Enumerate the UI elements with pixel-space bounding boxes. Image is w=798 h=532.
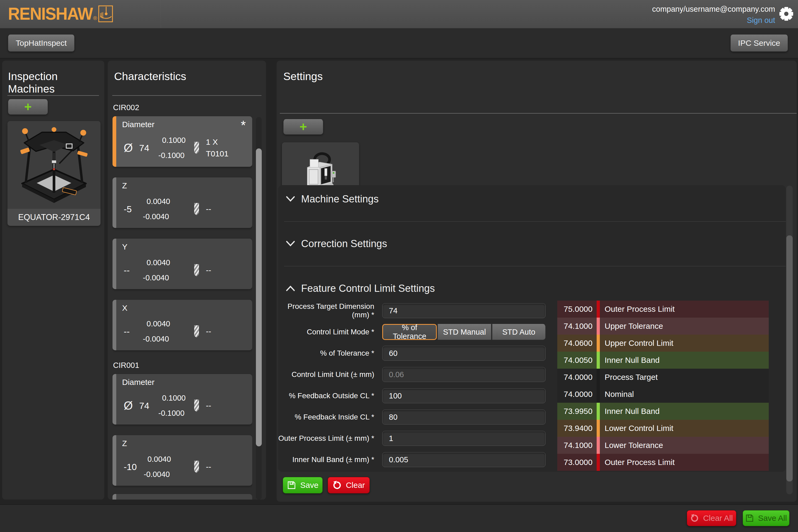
tool-info: -- bbox=[194, 203, 211, 215]
settings-scrollbar-thumb[interactable] bbox=[786, 235, 793, 481]
nominal-value: -5 bbox=[124, 204, 136, 214]
limit-label: Outer Process Limit bbox=[600, 305, 674, 314]
undo-icon bbox=[690, 514, 699, 522]
characteristics-scrollbar-thumb[interactable] bbox=[256, 148, 262, 446]
form-input[interactable]: 100 bbox=[382, 388, 546, 403]
limit-label: Outer Process Limit bbox=[600, 458, 674, 467]
end-mill-icon bbox=[194, 400, 199, 412]
tool-count: 1 X bbox=[206, 137, 228, 147]
machine-card-equator[interactable]: EQUATOR-2971C4 bbox=[7, 121, 100, 226]
characteristic-values: Ø740.1000-0.10001 XT0101 bbox=[124, 132, 247, 164]
card-accent-strip bbox=[113, 177, 116, 228]
section-label: Feature Control Limit Settings bbox=[301, 283, 435, 294]
ipc-service-button[interactable]: IPC Service bbox=[730, 35, 788, 52]
divider bbox=[280, 113, 797, 114]
card-accent-strip bbox=[113, 239, 116, 289]
form-input[interactable]: 80 bbox=[382, 410, 546, 424]
settings-title: Settings bbox=[283, 70, 323, 83]
limit-color-strip bbox=[597, 335, 600, 352]
characteristic-title: X bbox=[122, 304, 128, 312]
characteristic-card[interactable]: Diameter*Ø740.1000-0.10001 XT0101 bbox=[113, 116, 252, 167]
gear-icon[interactable] bbox=[779, 6, 794, 21]
modified-star-badge: * bbox=[241, 118, 246, 132]
tolerance-values: 0.1000-0.1000 bbox=[158, 136, 186, 160]
characteristic-card[interactable]: Y--0.0040-0.0040-- bbox=[113, 239, 252, 289]
form-input[interactable]: 0.005 bbox=[382, 452, 546, 467]
chevron-down-icon bbox=[286, 240, 295, 247]
card-accent-strip bbox=[113, 300, 116, 350]
nominal-value: -10 bbox=[124, 462, 137, 472]
characteristic-card-partial[interactable] bbox=[113, 494, 252, 499]
limit-row: 74.0050Inner Null Band bbox=[557, 352, 769, 369]
sign-out-link[interactable]: Sign out bbox=[747, 16, 775, 25]
equator-machine-name: EQUATOR-2971C4 bbox=[7, 209, 100, 226]
segment-option-button[interactable]: % of Tolerance bbox=[382, 324, 437, 340]
limit-label: Inner Null Band bbox=[600, 356, 660, 365]
save-button-label: Save bbox=[300, 481, 318, 490]
registered-mark-icon: ® bbox=[93, 15, 97, 21]
form-label: Control Limit Mode * bbox=[278, 328, 382, 336]
limit-label: Upper Control Limit bbox=[600, 339, 673, 348]
section-feature-control-limit-settings[interactable]: Feature Control Limit Settings bbox=[278, 274, 786, 302]
tool-count: -- bbox=[206, 327, 211, 336]
limit-row: 74.1000Upper Tolerance bbox=[557, 318, 769, 335]
tolerance-values: 0.0040-0.0040 bbox=[143, 258, 170, 282]
lower-tolerance: -0.1000 bbox=[158, 151, 186, 160]
segment-option-button[interactable]: STD Manual bbox=[438, 324, 491, 340]
add-machine-button[interactable]: + bbox=[8, 99, 48, 115]
form-label: % of Tolerance * bbox=[278, 349, 382, 358]
limit-label: Upper Tolerance bbox=[600, 322, 663, 331]
characteristic-group-label: CIR001 bbox=[113, 361, 252, 370]
characteristic-values: -50.0040-0.0040-- bbox=[124, 193, 247, 225]
account-email: company/username@company.com bbox=[652, 5, 775, 14]
form-input[interactable]: 60 bbox=[382, 346, 546, 361]
control-limit-mode-segmented: % of ToleranceSTD ManualSTD Auto bbox=[382, 324, 546, 340]
divider bbox=[112, 95, 262, 96]
chevron-down-icon bbox=[286, 195, 295, 203]
end-mill-icon bbox=[194, 461, 199, 473]
top-bar: RENISHAW ® company/username@company.com … bbox=[0, 0, 798, 28]
add-setting-button[interactable]: + bbox=[283, 119, 323, 135]
characteristics-panel: Characteristics CIR002Diameter*Ø740.1000… bbox=[108, 61, 266, 499]
segment-option-button[interactable]: STD Auto bbox=[492, 324, 546, 340]
form-input[interactable]: 1 bbox=[382, 431, 546, 446]
divider bbox=[7, 95, 99, 96]
section-machine-settings[interactable]: Machine Settings bbox=[278, 185, 786, 213]
save-all-button[interactable]: Save All bbox=[743, 510, 790, 526]
card-accent-strip bbox=[113, 116, 116, 167]
limit-color-strip bbox=[597, 420, 600, 437]
limit-row: 74.1000Lower Tolerance bbox=[557, 437, 769, 454]
limit-label: Inner Null Band bbox=[600, 407, 660, 416]
upper-tolerance: 0.0040 bbox=[147, 455, 171, 464]
limit-value: 73.9400 bbox=[557, 424, 597, 433]
save-button[interactable]: Save bbox=[283, 477, 323, 493]
section-label: Correction Settings bbox=[301, 238, 387, 249]
tool-values: -- bbox=[206, 205, 211, 214]
tool-values: -- bbox=[206, 266, 211, 275]
characteristics-list: CIR002Diameter*Ø740.1000-0.10001 XT0101Z… bbox=[113, 103, 252, 499]
characteristic-title: Y bbox=[122, 242, 128, 251]
section-correction-settings[interactable]: Correction Settings bbox=[278, 230, 786, 258]
characteristic-title: Z bbox=[122, 181, 127, 190]
upper-tolerance: 0.0040 bbox=[147, 320, 170, 328]
tool-values: 1 XT0101 bbox=[206, 137, 228, 158]
tool-count: -- bbox=[206, 462, 211, 471]
clear-button-label: Clear bbox=[346, 481, 365, 490]
limit-value: 74.0600 bbox=[557, 339, 597, 348]
characteristic-card[interactable]: Z-50.0040-0.0040-- bbox=[113, 177, 252, 228]
feature-control-limit-form: Process Target Dimension (mm) *74Control… bbox=[278, 300, 555, 470]
limit-color-strip bbox=[597, 318, 600, 335]
limit-row: 74.0000Process Target bbox=[557, 369, 769, 386]
tool-count: -- bbox=[206, 401, 211, 410]
characteristic-card[interactable]: Z-100.0040-0.0040-- bbox=[113, 435, 252, 486]
limit-row: 74.0600Upper Control Limit bbox=[557, 335, 769, 352]
characteristic-card[interactable]: X--0.0040-0.0040-- bbox=[113, 300, 252, 350]
characteristic-card[interactable]: DiameterØ740.1000-0.1000-- bbox=[113, 374, 252, 424]
clear-all-button[interactable]: Clear All bbox=[687, 510, 736, 526]
renishaw-logo: RENISHAW ® bbox=[8, 4, 113, 23]
tophatinspect-button[interactable]: TopHatInspect bbox=[8, 35, 75, 52]
settings-accordion: Machine Settings Correction Settings Fea… bbox=[278, 185, 786, 472]
form-input[interactable]: 74 bbox=[382, 303, 546, 318]
clear-button[interactable]: Clear bbox=[328, 477, 370, 493]
tool-count: -- bbox=[206, 205, 211, 214]
